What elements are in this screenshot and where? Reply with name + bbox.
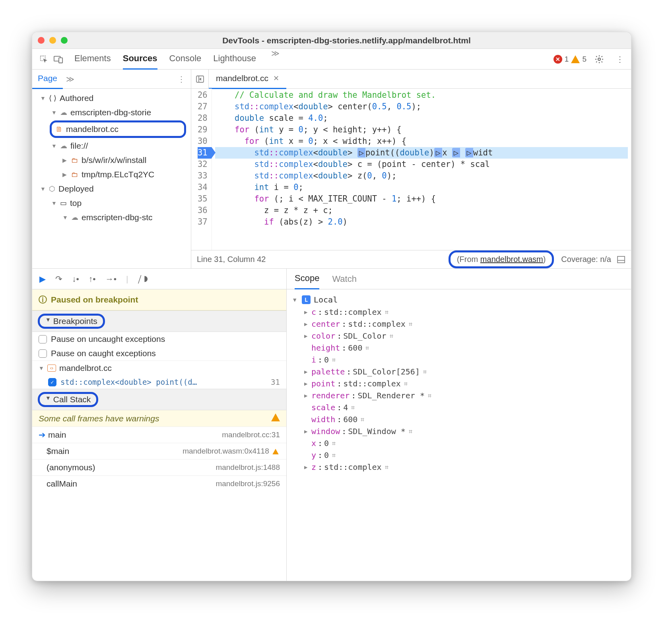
callstack-header[interactable]: Call Stack (53, 395, 91, 404)
code-editor[interactable]: 2627282930 31 323334353637 // Calculate … (191, 89, 631, 250)
svg-rect-6 (618, 256, 625, 263)
callstack-frame[interactable]: callMainmandelbrot.js:9256 (32, 475, 286, 492)
memory-chip-icon[interactable]: ⌗ (390, 332, 393, 340)
scope-variable[interactable]: ▶ color: SDL_Color⌗ (293, 330, 625, 342)
toggle-navigator-icon[interactable] (191, 70, 209, 88)
memory-chip-icon[interactable]: ⌗ (351, 404, 355, 411)
folder-install[interactable]: b/s/w/ir/x/w/install (82, 155, 146, 165)
settings-gear-icon[interactable] (590, 54, 608, 64)
inspect-element-icon[interactable] (39, 55, 48, 64)
close-tab-icon[interactable]: ✕ (273, 74, 279, 83)
memory-chip-icon[interactable]: ⌗ (409, 320, 412, 328)
breakpoints-header[interactable]: Breakpoints (53, 316, 97, 326)
scope-variable[interactable]: width: 600⌗ (293, 413, 625, 425)
expand-icon[interactable]: ▶ (304, 392, 310, 399)
memory-chip-icon[interactable]: ⌗ (385, 464, 388, 471)
devtools-window: DevTools - emscripten-dbg-stories.netlif… (32, 32, 631, 581)
main-toolbar: Elements Sources Console Lighthouse ≫ ✕ … (32, 49, 631, 70)
navigator-tab-page[interactable]: Page (32, 69, 63, 89)
scope-variable[interactable]: height: 600⌗ (293, 342, 625, 354)
source-mapped-link[interactable]: mandelbrot.wasm (480, 255, 543, 264)
folder-tmp[interactable]: tmp/tmp.ELcTq2YC (82, 170, 154, 179)
navigator-kebab-icon[interactable]: ⋮ (177, 74, 191, 84)
tab-scope[interactable]: Scope (295, 268, 319, 289)
file-mandelbrot-cc-highlight: 🗎mandelbrot.cc (50, 120, 186, 138)
minimize-window-button[interactable] (49, 37, 56, 44)
warning-icon[interactable] (571, 55, 580, 63)
expand-icon[interactable]: ▶ (304, 380, 310, 387)
scope-variable[interactable]: ▶ center: std::complex⌗ (293, 318, 625, 330)
zoom-window-button[interactable] (61, 37, 68, 44)
scope-local-label[interactable]: Local (314, 295, 338, 304)
warning-triangle-icon (271, 413, 280, 421)
tab-lighthouse[interactable]: Lighthouse (213, 48, 256, 70)
line-gutter[interactable]: 2627282930 31 323334353637 (191, 89, 212, 250)
window-controls (38, 37, 68, 44)
group-deployed[interactable]: Deployed (58, 184, 94, 194)
expand-icon[interactable]: ▶ (304, 321, 310, 327)
scope-variable[interactable]: ▶ point: std::complex⌗ (293, 378, 625, 390)
cursor-position: Line 31, Column 42 (197, 255, 266, 264)
scope-variable[interactable]: ▶ window: SDL_Window *⌗ (293, 425, 625, 437)
scope-variable[interactable]: ▶ c: std::complex⌗ (293, 306, 625, 318)
close-window-button[interactable] (38, 37, 45, 44)
step-icon[interactable]: →• (105, 274, 117, 284)
domain-file[interactable]: file:// (70, 141, 88, 151)
scope-variable[interactable]: scale: 4⌗ (293, 401, 625, 413)
file-mandelbrot-cc[interactable]: mandelbrot.cc (66, 124, 118, 134)
step-out-icon[interactable]: ↑• (89, 274, 96, 284)
more-tabs-chevron-icon[interactable]: ≫ (268, 48, 280, 70)
resume-icon[interactable]: ▶ (39, 274, 46, 284)
tab-console[interactable]: Console (169, 48, 202, 70)
breakpoint-marker[interactable]: 31 (198, 147, 212, 159)
expand-icon[interactable]: ▶ (304, 464, 310, 470)
memory-chip-icon[interactable]: ⌗ (332, 452, 336, 459)
scope-variable[interactable]: ▶ z: std::complex⌗ (293, 461, 625, 473)
memory-chip-icon[interactable]: ⌗ (404, 380, 408, 388)
show-drawer-icon[interactable] (617, 256, 625, 264)
memory-chip-icon[interactable]: ⌗ (409, 428, 412, 435)
error-icon[interactable]: ✕ (554, 55, 562, 64)
bp-text[interactable]: std::complex<double> point((d… (60, 378, 197, 386)
callstack-frame[interactable]: ➔mainmandelbrot.cc:31 (32, 427, 286, 443)
callstack-frame[interactable]: (anonymous)mandelbrot.js:1488 (32, 459, 286, 475)
expand-icon[interactable]: ▶ (304, 333, 310, 339)
domain-authored[interactable]: emscripten-dbg-storie (70, 108, 151, 117)
group-authored[interactable]: Authored (60, 93, 93, 103)
domain-deployed[interactable]: emscripten-dbg-stc (82, 213, 153, 222)
scope-variable[interactable]: ▶ renderer: SDL_Renderer *⌗ (293, 390, 625, 401)
memory-chip-icon[interactable]: ⌗ (385, 308, 388, 316)
step-into-icon[interactable]: ↓• (72, 274, 79, 284)
scope-variable[interactable]: x: 0⌗ (293, 437, 625, 449)
navigator-more-chevron-icon[interactable]: ≫ (63, 74, 74, 84)
memory-chip-icon[interactable]: ⌗ (361, 416, 364, 423)
navigator-pane: Page ≫ ⋮ ▼⟨ ⟩Authored ▼☁emscripten-dbg-s… (32, 70, 191, 268)
frame-top[interactable]: top (70, 198, 82, 208)
memory-chip-icon[interactable]: ⌗ (365, 344, 369, 352)
memory-chip-icon[interactable]: ⌗ (332, 440, 336, 447)
tab-watch[interactable]: Watch (332, 269, 357, 289)
memory-chip-icon[interactable]: ⌗ (332, 356, 336, 364)
memory-chip-icon[interactable]: ⌗ (428, 392, 431, 400)
tab-sources[interactable]: Sources (123, 48, 157, 70)
deactivate-breakpoints-icon[interactable]: ⧸◗ (138, 274, 148, 284)
callstack-frame[interactable]: $mainmandelbrot.wasm:0x4118 (32, 443, 286, 459)
tab-elements[interactable]: Elements (74, 48, 111, 70)
memory-chip-icon[interactable]: ⌗ (423, 368, 427, 376)
scope-variable[interactable]: i: 0⌗ (293, 354, 625, 366)
scope-variable[interactable]: ▶ palette: SDL_Color[256]⌗ (293, 366, 625, 378)
bp-file[interactable]: mandelbrot.cc (59, 363, 112, 373)
checkbox-bp-1[interactable]: ✓ (48, 378, 56, 386)
editor-tab-mandelbrot[interactable]: mandelbrot.cc✕ (209, 69, 286, 89)
checkbox-uncaught[interactable] (39, 335, 47, 343)
expand-icon[interactable]: ▶ (304, 368, 310, 375)
expand-icon[interactable]: ▶ (304, 428, 310, 434)
checkbox-caught[interactable] (39, 349, 47, 358)
scope-variable[interactable]: y: 0⌗ (293, 449, 625, 461)
file-tree[interactable]: ▼⟨ ⟩Authored ▼☁emscripten-dbg-storie 🗎ma… (32, 89, 191, 268)
step-over-icon[interactable]: ↷ (55, 274, 62, 284)
kebab-menu-icon[interactable]: ⋮ (612, 54, 628, 64)
expand-icon[interactable]: ▶ (304, 309, 310, 315)
device-toolbar-icon[interactable] (54, 55, 63, 64)
code-lines[interactable]: // Calculate and draw the Mandelbrot set… (212, 89, 631, 250)
